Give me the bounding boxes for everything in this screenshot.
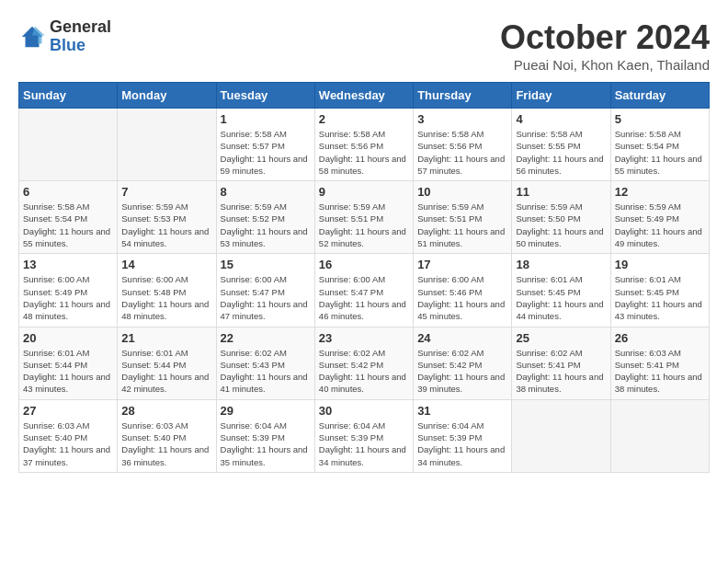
calendar-cell: 9Sunrise: 5:59 AMSunset: 5:51 PMDaylight… — [314, 181, 413, 254]
day-info: Sunrise: 6:02 AMSunset: 5:42 PMDaylight:… — [417, 347, 507, 396]
day-number: 23 — [319, 331, 409, 345]
day-info: Sunrise: 6:03 AMSunset: 5:40 PMDaylight:… — [23, 419, 113, 468]
calendar-cell: 1Sunrise: 5:58 AMSunset: 5:57 PMDaylight… — [216, 109, 314, 181]
column-header-thursday: Thursday — [414, 83, 512, 109]
day-info: Sunrise: 6:04 AMSunset: 5:39 PMDaylight:… — [319, 419, 409, 468]
calendar-cell: 15Sunrise: 6:00 AMSunset: 5:47 PMDayligh… — [216, 254, 314, 327]
day-number: 21 — [121, 331, 211, 345]
column-header-monday: Monday — [118, 83, 216, 109]
day-info: Sunrise: 6:01 AMSunset: 5:45 PMDaylight:… — [516, 273, 606, 322]
calendar-cell: 16Sunrise: 6:00 AMSunset: 5:47 PMDayligh… — [314, 254, 413, 327]
day-number: 8 — [221, 185, 311, 199]
calendar-cell — [19, 109, 118, 181]
calendar-week-5: 27Sunrise: 6:03 AMSunset: 5:40 PMDayligh… — [19, 399, 710, 472]
day-info: Sunrise: 6:01 AMSunset: 5:44 PMDaylight:… — [23, 347, 113, 396]
day-number: 15 — [221, 258, 311, 271]
location: Pueai Noi, Khon Kaen, Thailand — [500, 57, 710, 73]
day-number: 10 — [417, 185, 507, 199]
day-number: 4 — [516, 112, 606, 126]
calendar-cell: 10Sunrise: 5:59 AMSunset: 5:51 PMDayligh… — [414, 181, 512, 254]
calendar-cell: 14Sunrise: 6:00 AMSunset: 5:48 PMDayligh… — [118, 254, 216, 327]
day-info: Sunrise: 5:59 AMSunset: 5:52 PMDaylight:… — [221, 201, 311, 249]
calendar-cell: 23Sunrise: 6:02 AMSunset: 5:42 PMDayligh… — [314, 327, 413, 399]
column-header-tuesday: Tuesday — [216, 83, 314, 109]
calendar-cell — [610, 399, 709, 472]
logo-blue: Blue — [50, 37, 111, 55]
day-info: Sunrise: 6:01 AMSunset: 5:44 PMDaylight:… — [121, 347, 211, 396]
day-number: 31 — [417, 404, 507, 418]
day-number: 16 — [319, 258, 409, 271]
day-info: Sunrise: 5:58 AMSunset: 5:55 PMDaylight:… — [516, 128, 606, 177]
calendar-cell — [512, 399, 610, 472]
day-info: Sunrise: 6:02 AMSunset: 5:41 PMDaylight:… — [516, 347, 606, 396]
day-number: 30 — [319, 404, 409, 418]
calendar-cell: 8Sunrise: 5:59 AMSunset: 5:52 PMDaylight… — [216, 181, 314, 254]
day-number: 13 — [23, 258, 113, 271]
calendar-cell: 30Sunrise: 6:04 AMSunset: 5:39 PMDayligh… — [314, 399, 413, 472]
logo: General Blue — [18, 18, 111, 55]
column-header-saturday: Saturday — [610, 83, 709, 109]
day-number: 9 — [319, 185, 409, 199]
day-number: 29 — [221, 404, 311, 418]
day-info: Sunrise: 5:59 AMSunset: 5:53 PMDaylight:… — [121, 201, 211, 249]
page-header: General Blue October 2024 Pueai Noi, Kho… — [18, 18, 710, 73]
calendar-cell: 2Sunrise: 5:58 AMSunset: 5:56 PMDaylight… — [314, 109, 413, 181]
calendar-week-4: 20Sunrise: 6:01 AMSunset: 5:44 PMDayligh… — [19, 327, 710, 399]
day-number: 19 — [615, 258, 705, 271]
calendar-cell: 11Sunrise: 5:59 AMSunset: 5:50 PMDayligh… — [512, 181, 610, 254]
day-number: 27 — [23, 404, 113, 418]
calendar-cell: 25Sunrise: 6:02 AMSunset: 5:41 PMDayligh… — [512, 327, 610, 399]
day-info: Sunrise: 5:58 AMSunset: 5:54 PMDaylight:… — [23, 201, 113, 249]
day-number: 1 — [221, 112, 311, 126]
calendar-cell: 27Sunrise: 6:03 AMSunset: 5:40 PMDayligh… — [19, 399, 118, 472]
calendar-cell: 12Sunrise: 5:59 AMSunset: 5:49 PMDayligh… — [610, 181, 709, 254]
day-info: Sunrise: 6:00 AMSunset: 5:49 PMDaylight:… — [23, 273, 113, 322]
day-number: 6 — [23, 185, 113, 199]
calendar-cell: 13Sunrise: 6:00 AMSunset: 5:49 PMDayligh… — [19, 254, 118, 327]
calendar-cell: 18Sunrise: 6:01 AMSunset: 5:45 PMDayligh… — [512, 254, 610, 327]
day-info: Sunrise: 6:02 AMSunset: 5:42 PMDaylight:… — [319, 347, 409, 396]
day-info: Sunrise: 5:58 AMSunset: 5:56 PMDaylight:… — [417, 128, 507, 177]
day-info: Sunrise: 6:00 AMSunset: 5:47 PMDaylight:… — [221, 273, 311, 322]
logo-icon — [18, 23, 46, 51]
column-header-friday: Friday — [512, 83, 610, 109]
calendar-cell: 21Sunrise: 6:01 AMSunset: 5:44 PMDayligh… — [118, 327, 216, 399]
day-info: Sunrise: 5:59 AMSunset: 5:49 PMDaylight:… — [615, 201, 705, 249]
day-info: Sunrise: 6:04 AMSunset: 5:39 PMDaylight:… — [417, 419, 507, 468]
calendar-cell: 4Sunrise: 5:58 AMSunset: 5:55 PMDaylight… — [512, 109, 610, 181]
day-number: 11 — [516, 185, 606, 199]
calendar-cell: 7Sunrise: 5:59 AMSunset: 5:53 PMDaylight… — [118, 181, 216, 254]
day-number: 28 — [121, 404, 211, 418]
day-info: Sunrise: 5:59 AMSunset: 5:51 PMDaylight:… — [417, 201, 507, 249]
day-number: 14 — [121, 258, 211, 271]
day-number: 3 — [417, 112, 507, 126]
calendar-table: SundayMondayTuesdayWednesdayThursdayFrid… — [18, 82, 710, 473]
calendar-header-row: SundayMondayTuesdayWednesdayThursdayFrid… — [19, 83, 710, 109]
day-info: Sunrise: 6:03 AMSunset: 5:41 PMDaylight:… — [615, 347, 705, 396]
calendar-cell: 22Sunrise: 6:02 AMSunset: 5:43 PMDayligh… — [216, 327, 314, 399]
calendar-cell: 20Sunrise: 6:01 AMSunset: 5:44 PMDayligh… — [19, 327, 118, 399]
day-info: Sunrise: 5:59 AMSunset: 5:50 PMDaylight:… — [516, 201, 606, 249]
title-area: October 2024 Pueai Noi, Khon Kaen, Thail… — [500, 18, 710, 73]
calendar-week-2: 6Sunrise: 5:58 AMSunset: 5:54 PMDaylight… — [19, 181, 710, 254]
calendar-cell: 3Sunrise: 5:58 AMSunset: 5:56 PMDaylight… — [414, 109, 512, 181]
day-number: 26 — [615, 331, 705, 345]
logo-text: General Blue — [50, 18, 111, 55]
calendar-week-3: 13Sunrise: 6:00 AMSunset: 5:49 PMDayligh… — [19, 254, 710, 327]
day-number: 2 — [319, 112, 409, 126]
day-number: 18 — [516, 258, 606, 271]
calendar-cell: 28Sunrise: 6:03 AMSunset: 5:40 PMDayligh… — [118, 399, 216, 472]
day-number: 5 — [615, 112, 705, 126]
day-info: Sunrise: 5:58 AMSunset: 5:57 PMDaylight:… — [221, 128, 311, 177]
calendar-cell: 6Sunrise: 5:58 AMSunset: 5:54 PMDaylight… — [19, 181, 118, 254]
column-header-sunday: Sunday — [19, 83, 118, 109]
logo-general: General — [50, 18, 111, 37]
day-info: Sunrise: 6:00 AMSunset: 5:46 PMDaylight:… — [417, 273, 507, 322]
day-number: 22 — [221, 331, 311, 345]
day-info: Sunrise: 5:58 AMSunset: 5:56 PMDaylight:… — [319, 128, 409, 177]
day-info: Sunrise: 6:04 AMSunset: 5:39 PMDaylight:… — [221, 419, 311, 468]
calendar-cell: 24Sunrise: 6:02 AMSunset: 5:42 PMDayligh… — [414, 327, 512, 399]
calendar-cell: 29Sunrise: 6:04 AMSunset: 5:39 PMDayligh… — [216, 399, 314, 472]
calendar-cell: 26Sunrise: 6:03 AMSunset: 5:41 PMDayligh… — [610, 327, 709, 399]
day-info: Sunrise: 5:58 AMSunset: 5:54 PMDaylight:… — [615, 128, 705, 177]
